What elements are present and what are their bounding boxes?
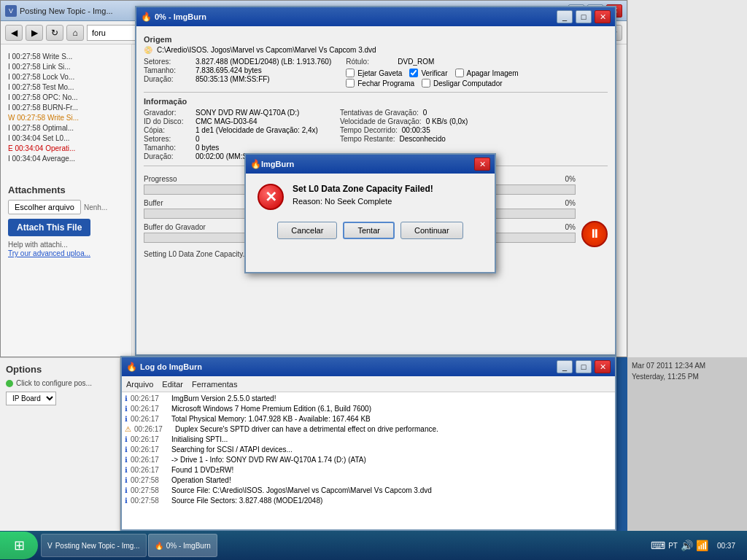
volume-icon[interactable]: 🔊 <box>681 540 693 551</box>
taskbar-item-browser[interactable]: V Posting New Topic - Img... <box>41 534 147 557</box>
log-msg: Found 1 DVD±RW! <box>171 465 233 475</box>
duracao2-label: Duração: <box>144 152 191 160</box>
fechar-checkbox[interactable] <box>346 79 355 88</box>
ip-board-select[interactable]: IP Board <box>6 392 56 405</box>
tentativas-value: 0 <box>423 109 427 117</box>
desligar-checkbox-row[interactable]: Desligar Computador <box>422 79 503 88</box>
duracao-row: Duração: 850:35:13 (MM:SS:FF) <box>144 75 331 83</box>
log-entry: ℹ 00:27:58 Source File Sectors: 3.827.48… <box>125 496 612 506</box>
ejetar-checkbox-row[interactable]: Ejetar Gaveta <box>346 69 402 77</box>
tempo-rest-row: Tempo Restante: Desconhecido <box>340 135 468 143</box>
choose-file-button[interactable]: Escolher arquivo <box>8 200 81 214</box>
log-msg: ImgBurn Version 2.5.5.0 started! <box>171 394 276 404</box>
log-time: 00:27:58 <box>131 496 169 506</box>
log-entry: ℹ 00:26:17 -> Drive 1 - Info: SONY DVD R… <box>125 455 612 465</box>
keyboard-icon: ⌨ <box>651 540 665 551</box>
copia-value: 1 de1 (Velocidade de Gravação: 2,4x) <box>196 126 318 134</box>
green-dot-icon <box>6 380 13 387</box>
log-time: 00:26:17 <box>131 435 169 445</box>
log-content: ℹ 00:26:17 ImgBurn Version 2.5.5.0 start… <box>122 392 615 529</box>
tempo-dec-label: Tempo Decorrido: <box>340 126 398 134</box>
log-time: 00:26:17 <box>131 445 169 455</box>
refresh-button[interactable]: ↻ <box>46 25 63 41</box>
id-disco-value: CMC MAG-D03-64 <box>196 117 257 125</box>
retry-button[interactable]: Tentar <box>343 222 395 239</box>
log-msg: -> Drive 1 - Info: SONY DVD RW AW-Q170A … <box>171 455 366 465</box>
log-close[interactable]: ✕ <box>595 360 611 373</box>
home-button[interactable]: ⌂ <box>66 25 84 41</box>
log-time: 00:26:17 <box>131 404 169 414</box>
imgburn-maximize[interactable]: □ <box>576 10 592 23</box>
apagar-label: Apagar Imagem <box>467 69 519 77</box>
options-item[interactable]: Click to configure pos... <box>6 379 114 387</box>
clock-time: 00:37 <box>717 542 735 550</box>
log-maximize[interactable]: □ <box>576 360 592 373</box>
gravador-value: SONY DVD RW AW-Q170A (D:) <box>196 109 299 117</box>
log-msg: Source File: C:\Aredio\ISOS. Jogos\Marve… <box>171 486 432 496</box>
help-text: Help with attachi... <box>8 241 124 249</box>
verificar-checkbox-row[interactable]: Verificar <box>409 69 447 77</box>
file-path: C:\Aredio\ISOS. Jogos\Marvel vs Capcom\M… <box>157 46 376 54</box>
error-icon-row: ✕ Set L0 Data Zone Capacity Failed! Reas… <box>258 184 483 210</box>
log-line-warn: W 00:27:58 Write Si... <box>8 113 124 123</box>
log-info-icon: ℹ <box>125 404 128 414</box>
desligar-checkbox[interactable] <box>422 79 430 88</box>
log-entry: ℹ 00:27:58 Source File: C:\Aredio\ISOS. … <box>125 486 612 496</box>
network-icon[interactable]: 📶 <box>696 540 708 551</box>
log-msg: Initialising SPTI... <box>171 435 228 445</box>
apagar-checkbox[interactable] <box>455 69 464 77</box>
start-button[interactable]: ⊞ <box>0 532 38 559</box>
log-info-icon: ℹ <box>125 445 128 455</box>
taskbar-item-imgburn[interactable]: 🔥 0% - ImgBurn <box>148 534 217 557</box>
sidebar-panel: I 00:27:58 Write S... I 00:27:58 Link Si… <box>1 44 132 357</box>
log-line: I 00:27:58 OPC: No... <box>8 93 124 103</box>
taskbar-imgburn-label: 0% - ImgBurn <box>166 542 211 550</box>
log-time: 00:26:17 <box>131 394 169 404</box>
continue-button[interactable]: Continuar <box>400 222 463 239</box>
log-line: I 00:34:04 Average... <box>8 154 124 164</box>
log-line: I 00:27:58 BURN-Fr... <box>8 103 124 113</box>
tamanho-label: Tamanho: <box>144 66 191 74</box>
log-info-icon: ℹ <box>125 496 128 506</box>
log-minimize[interactable]: _ <box>557 360 573 373</box>
imgburn-icon: 🔥 <box>141 12 152 22</box>
tempo-rest-value: Desconhecido <box>400 135 446 143</box>
verificar-checkbox[interactable] <box>409 69 418 77</box>
right-panel-upper <box>627 0 747 357</box>
log-menu-arquivo[interactable]: Arquivo <box>126 380 153 389</box>
log-warn-icon: ⚠ <box>125 424 131 435</box>
log-window: 🔥 Log do ImgBurn _ □ ✕ Arquivo Editar Fe… <box>120 356 616 531</box>
taskbar-right: ⌨ PT 🔊 📶 00:37 <box>651 531 747 560</box>
vel-grav-value: 0 KB/s (0,0x) <box>426 117 468 125</box>
apagar-checkbox-row[interactable]: Apagar Imagem <box>455 69 519 77</box>
forward-button[interactable]: ▶ <box>26 25 43 41</box>
buffer-grav-pct: 0% <box>565 223 576 231</box>
locale-indicator: PT <box>668 542 678 550</box>
log-entry: ℹ 00:26:17 Total Physical Memory: 1.047.… <box>125 414 612 424</box>
attach-file-button[interactable]: Attach This File <box>8 219 90 236</box>
no-file-label: Nenh... <box>84 203 107 211</box>
log-menu-editar[interactable]: Editar <box>162 380 183 389</box>
error-dialog-icon: 🔥 <box>250 159 261 169</box>
cancel-button[interactable]: Cancelar <box>277 222 337 239</box>
rotulo-row: Rótulo: DVD_ROM <box>346 58 518 66</box>
date-text-1: Mar 07 2011 12:34 AM <box>632 362 743 370</box>
imgburn-minimize[interactable]: _ <box>557 10 573 23</box>
fechar-checkbox-row[interactable]: Fechar Programa <box>346 79 414 88</box>
burn-stop-button[interactable]: ⏸ <box>581 221 608 247</box>
error-dialog-close[interactable]: ✕ <box>474 158 490 171</box>
ejetar-checkbox[interactable] <box>346 69 355 77</box>
imgburn-close[interactable]: ✕ <box>595 10 611 23</box>
rotulo-label: Rótulo: <box>346 58 393 66</box>
help-link[interactable]: Try our advanced uploa... <box>8 249 90 257</box>
log-menu-ferramentas[interactable]: Ferramentas <box>192 380 237 389</box>
tempo-dec-value: 00:00:35 <box>402 126 430 134</box>
log-line: I 00:27:58 Test Mo... <box>8 82 124 93</box>
options-title: Options <box>6 364 114 375</box>
back-button[interactable]: ◀ <box>5 25 23 41</box>
log-line: I 00:27:58 Write S... <box>8 52 124 62</box>
vel-grav-label: Velocidade de Gravação: <box>340 117 422 125</box>
error-buttons: Cancelar Tentar Continuar <box>258 222 483 239</box>
log-msg: Source File Sectors: 3.827.488 (MODE1/20… <box>171 496 322 506</box>
log-info-icon: ℹ <box>125 414 128 424</box>
